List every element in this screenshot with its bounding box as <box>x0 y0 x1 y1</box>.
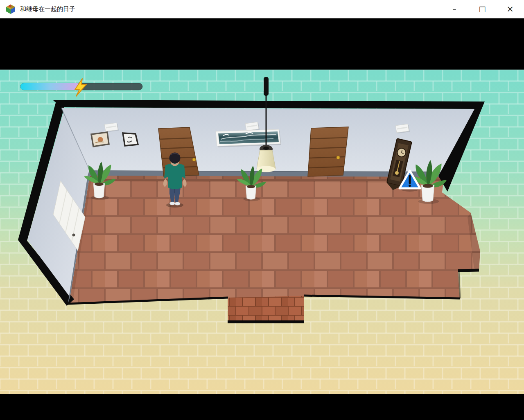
door-handle <box>72 234 75 237</box>
door-handle <box>337 156 340 159</box>
minimize-button[interactable]: – <box>440 0 468 18</box>
picture-frame <box>91 132 109 147</box>
app-icon <box>5 4 16 14</box>
right-wood-door[interactable] <box>308 127 348 176</box>
maximize-button[interactable]: □ <box>468 0 496 18</box>
wall-sconce-right <box>395 124 410 133</box>
window-titlebar: 和继母在一起的日子 – □ × <box>0 0 524 18</box>
door-handle <box>192 158 196 161</box>
window-title: 和继母在一起的日子 <box>20 5 440 13</box>
close-button[interactable]: × <box>496 0 524 18</box>
game-stage <box>0 0 524 420</box>
room <box>18 77 485 322</box>
wall-clock <box>123 133 138 146</box>
floor-mat <box>228 296 304 322</box>
sea-painting <box>216 129 281 147</box>
letterbox-top <box>0 18 524 70</box>
letterbox-bottom <box>0 394 524 420</box>
energy-bar-fill <box>20 83 81 90</box>
wall-sconce-left <box>104 123 119 132</box>
